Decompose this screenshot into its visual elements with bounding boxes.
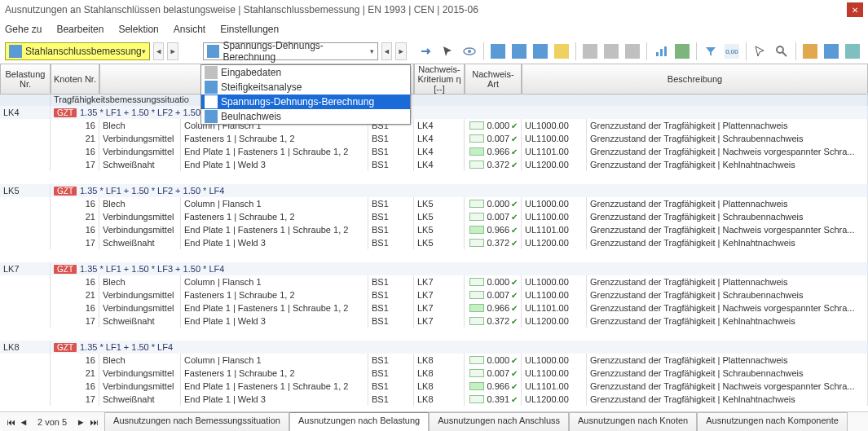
dropdown-item-beulnachweis[interactable]: Beulnachweis (201, 109, 410, 124)
cell-lk: LK4 (414, 158, 465, 171)
prev-page-button[interactable]: ◄ (18, 417, 29, 427)
nav-next-button[interactable]: ► (167, 42, 178, 60)
connection-icon[interactable] (822, 42, 841, 61)
combo-next-button[interactable]: ► (395, 42, 407, 60)
tab-anschluss[interactable]: Ausnutzungen nach Anschluss (429, 412, 569, 431)
table-row[interactable]: 21VerbindungsmittelFasteners 1 | Schraub… (0, 288, 868, 301)
cell-desc: Grenzzustand der Tragfähigkeit | Schraub… (587, 210, 868, 223)
cell-code: UL1100.00 (522, 210, 587, 223)
cell-knoten: 21 (51, 367, 99, 380)
table-row[interactable]: 16BlechColumn | Flansch 1BS1LK40.000✔UL1… (0, 119, 868, 132)
table-row[interactable]: 16BlechColumn | Flansch 1BS1LK50.000✔UL1… (0, 197, 868, 210)
group-row[interactable]: LK8GZT1.35 * LF1 + 1.50 * LF4 (0, 341, 868, 354)
svg-rect-3 (660, 49, 663, 56)
table-row[interactable]: 21VerbindungsmittelFasteners 1 | Schraub… (0, 132, 868, 145)
eye-icon[interactable] (460, 42, 479, 61)
header-beschreibung[interactable]: Beschreibung (522, 64, 868, 95)
close-button[interactable]: ✕ (847, 2, 863, 17)
svg-point-5 (777, 46, 783, 53)
cursor-icon[interactable] (438, 42, 458, 61)
beam1-icon[interactable] (488, 42, 508, 61)
table-row[interactable]: 16VerbindungsmittelEnd Plate 1 | Fastene… (0, 380, 868, 393)
table-row[interactable]: 17SchweißnahtEnd Plate 1 | Weld 3BS1LK80… (0, 393, 868, 406)
table-row[interactable]: 17SchweißnahtEnd Plate 1 | Weld 3BS1LK70… (0, 314, 868, 328)
table-row[interactable]: 17SchweißnahtEnd Plate 1 | Weld 3BS1LK50… (0, 236, 868, 249)
header-belastung[interactable]: Belastung Nr. (0, 64, 51, 95)
group-row[interactable]: LK5GZT1.35 * LF1 + 1.50 * LF2 + 1.50 * L… (0, 184, 868, 197)
first-page-button[interactable]: ⏮ (5, 417, 16, 427)
group-row[interactable]: LK4GZT1.35 * LF1 + 1.50 * LF2 + 1.50 * L… (0, 106, 868, 119)
menu-selection[interactable]: Selektion (118, 24, 158, 35)
beam2-icon[interactable] (509, 42, 529, 61)
category-combo[interactable]: Stahlanschlussbemessung ▾ (5, 42, 150, 60)
table-row[interactable]: 16BlechColumn | Flansch 1BS1LK80.000✔UL1… (0, 354, 868, 367)
window1-icon[interactable] (580, 42, 600, 61)
tab-komponente[interactable]: Ausnutzungen nach Komponente (697, 412, 848, 431)
nav-prev-button[interactable]: ◄ (153, 42, 165, 60)
calc-combo[interactable]: Spannungs-Dehnungs-Berechnung ▾ (203, 42, 378, 60)
group-row[interactable]: LK7GZT1.35 * LF1 + 1.50 * LF3 + 1.50 * L… (0, 262, 868, 275)
footer: ⏮ ◄ 2 von 5 ► ⏭ Ausnutzungen nach Bemess… (0, 411, 868, 431)
tab-bemessung[interactable]: Ausnutzungen nach Bemessungssituation (104, 412, 289, 431)
cell-lk: LK8 (414, 393, 465, 406)
last-page-button[interactable]: ⏭ (88, 417, 99, 427)
cell-desc: Grenzzustand der Tragfähigkeit | Nachwei… (587, 380, 868, 393)
excel-icon[interactable] (672, 42, 692, 61)
filter-icon[interactable] (701, 42, 720, 61)
check-icon: ✔ (511, 395, 518, 404)
flag-icon[interactable] (800, 42, 820, 61)
search-icon[interactable] (772, 42, 791, 61)
table-row[interactable]: 16VerbindungsmittelEnd Plate 1 | Fastene… (0, 301, 868, 314)
tab-knoten[interactable]: Ausnutzungen nach Knoten (569, 412, 697, 431)
cell-typ: Schweißnaht (99, 393, 181, 406)
cell-bs: BS1 (368, 145, 414, 158)
arrow-icon[interactable] (417, 42, 437, 61)
cell-eta: 0.966✔ (465, 145, 522, 158)
calc-dropdown[interactable]: Eingabedaten Steifigkeitsanalyse Spannun… (200, 64, 411, 125)
table-row[interactable]: 16VerbindungsmittelEnd Plate 1 | Fastene… (0, 223, 868, 236)
chart-icon[interactable] (651, 42, 671, 61)
dropdown-item-spannung[interactable]: Spannungs-Dehnungs-Berechnung (201, 95, 410, 109)
cell-typ: Verbindungsmittel (99, 380, 181, 393)
ratio-icon[interactable] (552, 42, 571, 61)
table-row[interactable]: 17SchweißnahtEnd Plate 1 | Weld 3BS1LK40… (0, 158, 868, 171)
item-icon (205, 81, 218, 94)
header-kriterium[interactable]: Nachweis- Kriterium η [--] (414, 64, 465, 95)
decimals-icon[interactable]: 0,00 (722, 42, 742, 61)
cell-typ: Blech (99, 119, 181, 132)
group-combo: GZT1.35 * LF1 + 1.50 * LF2 + 1.50 * LF3 … (51, 106, 868, 119)
cell-desc: Grenzzustand der Tragfähigkeit | Platten… (587, 275, 868, 288)
table-row[interactable]: 16VerbindungsmittelEnd Plate 1 | Fastene… (0, 145, 868, 158)
cursor2-icon[interactable] (751, 42, 770, 61)
check-icon: ✔ (511, 200, 518, 209)
cell-lk: LK5 (414, 210, 465, 223)
header-knoten[interactable]: Knoten Nr. (51, 64, 99, 95)
category-combo-label: Stahlanschlussbemessung (25, 46, 142, 57)
table-row[interactable]: 16BlechColumn | Flansch 1BS1LK70.000✔UL1… (0, 275, 868, 288)
menu-settings[interactable]: Einstellungen (220, 24, 279, 35)
cell-belastung (0, 380, 51, 393)
beam3-icon[interactable] (531, 42, 550, 61)
header-nachweisart[interactable]: Nachweis- Art (465, 64, 522, 95)
situation-row[interactable]: Tragfähigkeitsbemessungssituatio (0, 93, 868, 106)
check-icon: ✔ (511, 382, 518, 391)
menu-edit[interactable]: Bearbeiten (56, 24, 104, 35)
table-row[interactable]: 21VerbindungsmittelFasteners 1 | Schraub… (0, 367, 868, 380)
export-icon[interactable] (843, 42, 862, 61)
cell-eta: 0.966✔ (465, 223, 522, 236)
menu-view[interactable]: Ansicht (174, 24, 205, 35)
dropdown-item-eingabedaten[interactable]: Eingabedaten (201, 65, 410, 80)
window3-icon[interactable] (623, 42, 642, 61)
next-page-button[interactable]: ► (75, 417, 86, 427)
tab-belastung[interactable]: Ausnutzungen nach Belastung (289, 412, 429, 431)
window2-icon[interactable] (601, 42, 621, 61)
bar-icon (469, 369, 484, 377)
window-title: Ausnutzungen an Stahlanschlüssen belastu… (5, 4, 478, 15)
cell-code: UL1100.00 (522, 132, 587, 145)
dropdown-item-steifigkeit[interactable]: Steifigkeitsanalyse (201, 80, 410, 95)
combo-prev-button[interactable]: ◄ (381, 42, 393, 60)
table-row[interactable]: 21VerbindungsmittelFasteners 1 | Schraub… (0, 210, 868, 223)
menu-goto[interactable]: Gehe zu (5, 24, 42, 35)
cell-lk: LK4 (414, 119, 465, 132)
cell-belastung (0, 288, 51, 301)
